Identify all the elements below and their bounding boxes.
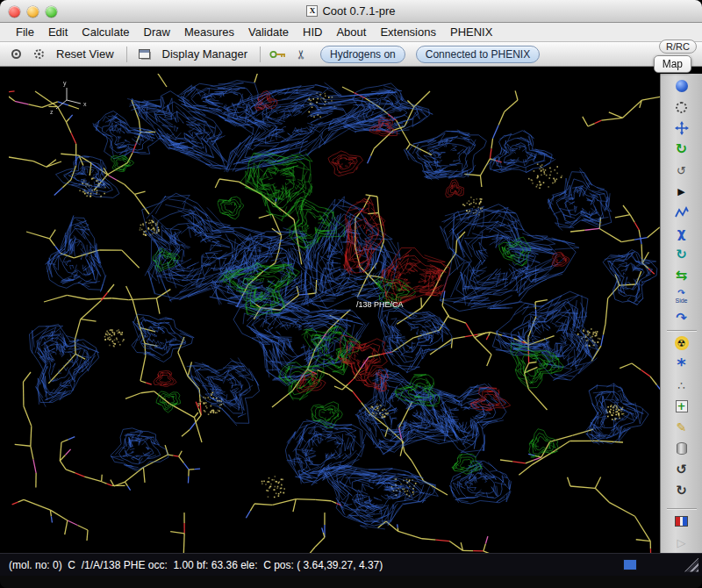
- rt-button-redo[interactable]: ↻: [664, 480, 699, 501]
- clock-icon: [676, 102, 687, 113]
- toolbar-divider: [126, 47, 127, 62]
- rt-button-rotate[interactable]: ↻: [664, 139, 699, 160]
- zigzag-icon: [675, 206, 689, 219]
- rt-button-rotate-teal[interactable]: ↻: [664, 244, 699, 265]
- cut-tool-button[interactable]: ✂: [292, 46, 310, 63]
- play-outline-icon: ▷: [677, 537, 686, 549]
- scissors-icon: ✂: [294, 49, 308, 60]
- toolbar-divider: [667, 330, 697, 331]
- rt-button-kill-sidechain[interactable]: ☢: [664, 333, 699, 354]
- menu-about[interactable]: About: [329, 25, 373, 39]
- cylinder-icon: [677, 442, 687, 455]
- coot-window: X Coot 0.7.1-pre File Edit Calculate Dra…: [0, 0, 702, 588]
- spin-view-icon: [11, 49, 21, 59]
- sphere-icon: [676, 80, 688, 92]
- reset-view-button[interactable]: Reset View: [53, 46, 118, 62]
- rt-button-swap[interactable]: ⇆: [664, 265, 699, 286]
- display-issues-icon: [675, 516, 688, 527]
- viewport-container: [9, 74, 660, 553]
- asterisk-icon: *: [677, 358, 685, 370]
- side-flip-label: Side: [675, 298, 687, 305]
- traffic-lights: [9, 6, 57, 18]
- plus-box-icon: +: [676, 400, 688, 412]
- minimize-button[interactable]: [27, 6, 39, 18]
- curved-arrow-blue-icon: ↷: [676, 312, 687, 325]
- display-manager-button[interactable]: Display Manager: [159, 46, 252, 62]
- x11-app-icon: X: [306, 5, 318, 17]
- chi-icon: χ: [677, 227, 686, 240]
- molecule-viewport[interactable]: [9, 74, 660, 553]
- resize-grip[interactable]: [684, 558, 698, 572]
- menu-bar: File Edit Calculate Draw Measures Valida…: [0, 23, 702, 42]
- rt-button-undo[interactable]: ↺: [664, 459, 699, 480]
- rt-button-play[interactable]: ▶: [664, 181, 699, 202]
- menu-extensions[interactable]: Extensions: [373, 25, 443, 39]
- rt-button-sphere[interactable]: [664, 75, 699, 97]
- menu-phenix[interactable]: PHENIX: [443, 25, 499, 39]
- rt-button-add-water[interactable]: ∴: [664, 375, 699, 396]
- rt-button-side-chain-flip[interactable]: ↷ Side: [664, 286, 699, 307]
- translate-arrows-icon: [675, 121, 689, 135]
- menu-measures[interactable]: Measures: [177, 25, 241, 39]
- key-icon: [269, 50, 287, 59]
- window-title: Coot 0.7.1-pre: [322, 4, 395, 18]
- close-button[interactable]: [9, 6, 20, 18]
- curved-arrow-icon: ↷: [677, 289, 684, 298]
- rt-button-translate[interactable]: [664, 118, 699, 139]
- play-triangle-icon: ▶: [677, 187, 684, 197]
- rt-button-rotamers[interactable]: χ: [664, 223, 699, 244]
- rotate-cw-icon: ↻: [676, 142, 687, 156]
- main-toolbar: Reset View Display Manager ✂ Hydrogens o…: [0, 42, 702, 67]
- menu-edit[interactable]: Edit: [41, 25, 75, 39]
- status-bar: (mol. no: 0) C /1/A/138 PHE occ: 1.00 bf…: [0, 553, 702, 576]
- rock-view-button[interactable]: [30, 46, 47, 63]
- rt-button-add-alt-conf[interactable]: *: [664, 354, 699, 375]
- menu-hid[interactable]: HID: [296, 25, 329, 39]
- rt-button-simple-mutate[interactable]: ✎: [664, 417, 699, 438]
- status-text: (mol. no: 0) C /1/A/138 PHE occ: 1.00 bf…: [9, 559, 616, 571]
- main-area: ↻ ↺ ▶ χ ↻ ⇆ ↷ Side ↷ ☢ * ∴ + ✎ ↺ ↻: [0, 67, 702, 553]
- rotate-ccw-small-icon: ↺: [677, 165, 686, 176]
- rock-view-icon: [34, 49, 44, 59]
- rt-button-run-script[interactable]: ▷: [664, 532, 699, 553]
- menu-draw[interactable]: Draw: [137, 25, 177, 39]
- window-bottom-frame: [0, 576, 702, 588]
- rrc-button[interactable]: R/RC: [659, 39, 697, 54]
- swap-arrows-icon: ⇆: [676, 269, 687, 283]
- go-to-atom-button[interactable]: [269, 46, 287, 63]
- toolbar-divider: [260, 47, 261, 62]
- hydrogens-toggle-button[interactable]: Hydrogens on: [320, 46, 405, 63]
- zoom-button[interactable]: [46, 6, 57, 18]
- menu-validate[interactable]: Validate: [241, 25, 296, 39]
- toolbar-divider: [667, 508, 697, 509]
- radioactive-icon: ☢: [675, 336, 689, 350]
- rotate-teal-icon: ↻: [676, 248, 687, 262]
- spin-view-button[interactable]: [7, 46, 25, 63]
- menu-calculate[interactable]: Calculate: [75, 25, 136, 39]
- windows-icon: [139, 49, 150, 59]
- rt-button-clock[interactable]: [664, 97, 699, 118]
- redo-icon: ↻: [676, 484, 687, 498]
- display-manager-button-icon[interactable]: [136, 46, 154, 63]
- rt-button-rotate-small[interactable]: ↺: [664, 160, 699, 181]
- rt-button-delete-item[interactable]: [664, 438, 699, 459]
- pencil-icon: ✎: [677, 421, 687, 434]
- map-button[interactable]: Map: [654, 55, 691, 73]
- rt-button-display-issues[interactable]: [664, 511, 699, 532]
- title-wrap: X Coot 0.7.1-pre: [306, 4, 395, 18]
- undo-icon: ↺: [676, 463, 687, 477]
- phenix-status-button[interactable]: Connected to PHENIX: [416, 46, 540, 63]
- status-indicator: [623, 559, 637, 570]
- dots-icon: ∴: [677, 380, 684, 391]
- rt-button-chi-angles[interactable]: [664, 202, 699, 223]
- rt-button-jed-flip[interactable]: ↷: [664, 307, 699, 328]
- menu-file[interactable]: File: [9, 25, 41, 39]
- modelling-toolbar: ↻ ↺ ▶ χ ↻ ⇆ ↷ Side ↷ ☢ * ∴ + ✎ ↺ ↻: [660, 74, 702, 553]
- rt-button-add-terminal-residue[interactable]: +: [664, 396, 699, 417]
- titlebar[interactable]: X Coot 0.7.1-pre: [0, 0, 702, 23]
